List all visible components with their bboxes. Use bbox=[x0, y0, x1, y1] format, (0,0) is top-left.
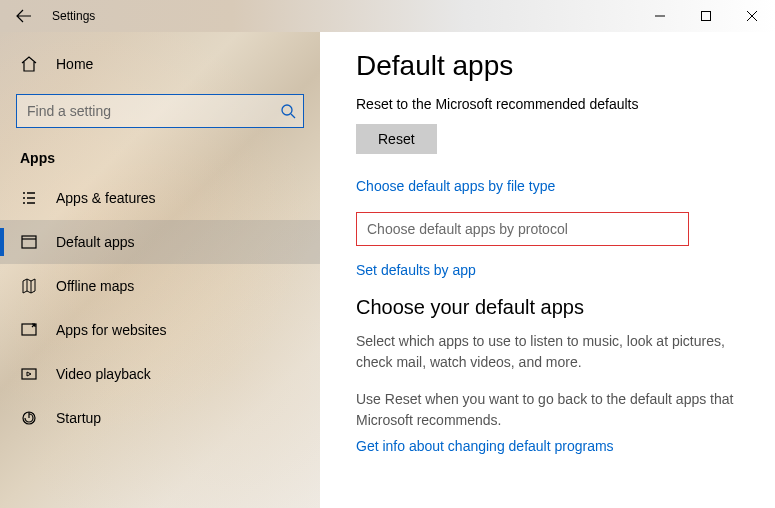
video-icon bbox=[20, 365, 38, 383]
sidebar-item-label: Apps & features bbox=[56, 190, 156, 206]
svg-rect-0 bbox=[702, 12, 711, 21]
svg-point-1 bbox=[282, 105, 292, 115]
map-icon bbox=[20, 277, 38, 295]
sidebar-item-label: Startup bbox=[56, 410, 101, 426]
list-icon bbox=[20, 189, 38, 207]
search-icon bbox=[280, 103, 296, 119]
link-default-by-protocol[interactable]: Choose default apps by protocol bbox=[356, 212, 689, 246]
home-button[interactable]: Home bbox=[0, 44, 320, 84]
close-icon bbox=[747, 11, 757, 21]
sidebar-item-label: Offline maps bbox=[56, 278, 134, 294]
close-button[interactable] bbox=[729, 0, 775, 32]
choose-description-1: Select which apps to use to listen to mu… bbox=[356, 331, 747, 373]
sidebar-item-startup[interactable]: Startup bbox=[0, 396, 320, 440]
link-default-by-filetype[interactable]: Choose default apps by file type bbox=[356, 178, 747, 194]
window-controls bbox=[637, 0, 775, 32]
back-arrow-icon bbox=[16, 8, 32, 24]
link-set-by-app[interactable]: Set defaults by app bbox=[356, 262, 747, 278]
link-get-info[interactable]: Get info about changing default programs bbox=[356, 438, 614, 454]
sidebar-item-label: Video playback bbox=[56, 366, 151, 382]
minimize-icon bbox=[655, 11, 665, 21]
svg-rect-4 bbox=[22, 369, 36, 379]
section-title: Apps bbox=[0, 144, 320, 176]
maximize-button[interactable] bbox=[683, 0, 729, 32]
default-apps-icon bbox=[20, 233, 38, 251]
search-input[interactable] bbox=[16, 94, 304, 128]
reset-button[interactable]: Reset bbox=[356, 124, 437, 154]
choose-heading: Choose your default apps bbox=[356, 296, 747, 319]
home-icon bbox=[20, 55, 38, 73]
websites-icon bbox=[20, 321, 38, 339]
sidebar-item-offline-maps[interactable]: Offline maps bbox=[0, 264, 320, 308]
sidebar-item-apps-features[interactable]: Apps & features bbox=[0, 176, 320, 220]
titlebar: Settings bbox=[0, 0, 775, 32]
back-button[interactable] bbox=[0, 0, 48, 32]
main-content: Default apps Reset to the Microsoft reco… bbox=[320, 32, 775, 508]
search-container bbox=[16, 94, 304, 128]
sidebar-item-default-apps[interactable]: Default apps bbox=[0, 220, 320, 264]
sidebar-item-label: Default apps bbox=[56, 234, 135, 250]
reset-description: Reset to the Microsoft recommended defau… bbox=[356, 96, 747, 112]
page-title: Default apps bbox=[356, 50, 747, 82]
choose-description-2: Use Reset when you want to go back to th… bbox=[356, 389, 747, 431]
sidebar-item-apps-websites[interactable]: Apps for websites bbox=[0, 308, 320, 352]
window-title: Settings bbox=[52, 9, 95, 23]
sidebar-item-label: Apps for websites bbox=[56, 322, 167, 338]
sidebar-item-video-playback[interactable]: Video playback bbox=[0, 352, 320, 396]
minimize-button[interactable] bbox=[637, 0, 683, 32]
startup-icon bbox=[20, 409, 38, 427]
home-label: Home bbox=[56, 56, 93, 72]
sidebar: Home Apps Apps & features Default apps bbox=[0, 32, 320, 508]
svg-rect-2 bbox=[22, 236, 36, 248]
maximize-icon bbox=[701, 11, 711, 21]
